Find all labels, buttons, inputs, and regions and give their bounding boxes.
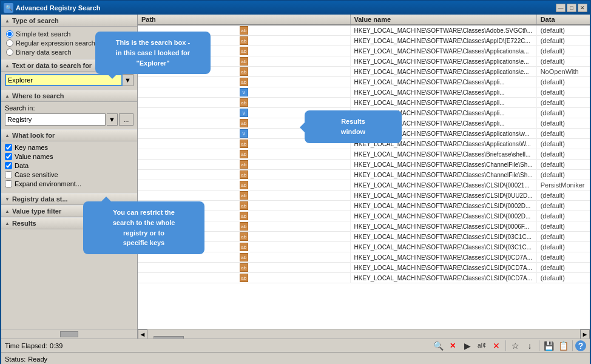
table-row[interactable]: ab HKEY_LOCAL_MACHINE\SOFTWARE\Classes\C… <box>138 160 590 170</box>
next-toolbar-icon[interactable]: ▶ <box>461 339 474 352</box>
cell-value-name: (default) <box>536 190 590 201</box>
cell-value-name: (default) <box>536 87 590 98</box>
cell-icon: ab <box>138 242 350 252</box>
table-row[interactable]: ab HKEY_LOCAL_MACHINE\SOFTWARE\Classes\A… <box>138 77 590 87</box>
registry-data-header[interactable]: Registry data st... <box>1 193 137 205</box>
left-panel-scrollbar[interactable] <box>1 329 137 339</box>
table-row[interactable]: ab HKEY_LOCAL_MACHINE\SOFTWARE\Classes\C… <box>138 252 590 263</box>
key-names-checkbox[interactable] <box>5 144 12 151</box>
value-type-filter-arrow <box>5 209 10 214</box>
clear-toolbar-icon[interactable]: ✕ <box>490 339 503 352</box>
cell-value-name: (default) <box>536 118 590 129</box>
regex-toolbar-icon[interactable]: aI¢ <box>475 339 488 352</box>
copy-toolbar-icon[interactable]: 📋 <box>556 339 570 352</box>
table-row[interactable]: ab HKEY_LOCAL_MACHINE\SOFTWARE\Classes\A… <box>138 98 590 108</box>
h-scrollbar[interactable]: ◄ ► <box>138 329 590 339</box>
cell-icon: ab <box>138 46 350 56</box>
maximize-button[interactable]: □ <box>567 4 576 12</box>
table-row[interactable]: V HKEY_LOCAL_MACHINE\SOFTWARE\Classes\Ap… <box>138 87 590 98</box>
where-to-search-header[interactable]: Where to search <box>1 90 137 102</box>
table-row[interactable]: ab HKEY_LOCAL_MACHINE\SOFTWARE\Classes\C… <box>138 273 590 283</box>
table-row[interactable]: ab HKEY_LOCAL_MACHINE\SOFTWARE\Classes\C… <box>138 190 590 201</box>
table-row[interactable]: ab HKEY_LOCAL_MACHINE\SOFTWARE\Classes\A… <box>138 25 590 36</box>
value-names-checkbox[interactable] <box>5 153 12 160</box>
search-in-dropdown[interactable]: ▼ <box>107 113 118 126</box>
star-toolbar-icon[interactable]: ☆ <box>508 339 522 352</box>
what-to-look-for-header[interactable]: What look for <box>1 129 137 141</box>
cell-icon: ab <box>138 149 350 160</box>
cell-icon: ab <box>138 190 350 201</box>
cell-icon: ab <box>138 170 350 180</box>
cell-path: HKEY_LOCAL_MACHINE\SOFTWARE\Classes\AppI… <box>350 36 536 46</box>
table-row[interactable]: ab HKEY_LOCAL_MACHINE\SOFTWARE\Classes\A… <box>138 67 590 77</box>
results-section-arrow <box>5 221 10 226</box>
table-row[interactable]: V HKEY_LOCAL_MACHINE\SOFTWARE\Classes\Ap… <box>138 129 590 139</box>
table-row[interactable]: ab HKEY_LOCAL_MACHINE\SOFTWARE\Classes\C… <box>138 242 590 252</box>
radio-binary-label: Binary data search <box>16 49 72 56</box>
table-row[interactable]: ab HKEY_LOCAL_MACHINE\SOFTWARE\Classes\A… <box>138 56 590 67</box>
cell-icon: V <box>138 129 350 139</box>
radio-regex-input[interactable] <box>6 39 13 47</box>
cell-icon: ab <box>138 36 350 46</box>
help-toolbar-icon[interactable]: ? <box>575 340 586 351</box>
case-sensitive-checkbox[interactable] <box>5 171 12 178</box>
data-checkbox[interactable] <box>5 162 12 169</box>
table-row[interactable]: V HKEY_LOCAL_MACHINE\SOFTWARE\Classes\Ap… <box>138 108 590 118</box>
table-row[interactable]: ab HKEY_LOCAL_MACHINE\SOFTWARE\Classes\C… <box>138 170 590 180</box>
stop-toolbar-icon[interactable]: ✕ <box>446 339 459 352</box>
cell-path: HKEY_LOCAL_MACHINE\SOFTWARE\Classes\Chan… <box>350 160 536 170</box>
table-row[interactable]: ab HKEY_LOCAL_MACHINE\SOFTWARE\Classes\A… <box>138 46 590 56</box>
radio-binary-input[interactable] <box>6 49 13 56</box>
what-to-look-for-arrow <box>5 133 10 138</box>
cell-value-name: NoOpenWith <box>536 67 590 77</box>
left-scroll-thumb[interactable] <box>60 331 78 337</box>
table-row[interactable]: ab HKEY_LOCAL_MACHINE\SOFTWARE\Classes\A… <box>138 36 590 46</box>
search-in-input[interactable] <box>5 113 106 126</box>
table-row[interactable]: ab HKEY_LOCAL_MACHINE\SOFTWARE\Classes\A… <box>138 118 590 129</box>
cell-path: HKEY_LOCAL_MACHINE\SOFTWARE\Classes\CLSI… <box>350 180 536 190</box>
cell-value-name: (default) <box>536 170 590 180</box>
table-row[interactable]: ab HKEY_LOCAL_MACHINE\SOFTWARE\Classes\C… <box>138 221 590 232</box>
table-row[interactable]: ab HKEY_LOCAL_MACHINE\SOFTWARE\Classes\C… <box>138 180 590 190</box>
search-dropdown-btn[interactable]: ▼ <box>123 74 133 86</box>
table-row[interactable]: ab HKEY_LOCAL_MACHINE\SOFTWARE\Classes\C… <box>138 211 590 221</box>
type-of-search-header[interactable]: Type of search <box>1 15 137 27</box>
search-in-combo: ▼ ... <box>5 113 133 126</box>
browse-button[interactable]: ... <box>119 113 133 126</box>
cell-icon: ab <box>138 77 350 87</box>
cell-path: HKEY_LOCAL_MACHINE\SOFTWARE\Classes\CLSI… <box>350 273 536 283</box>
table-row[interactable]: ab HKEY_LOCAL_MACHINE\SOFTWARE\Classes\C… <box>138 263 590 273</box>
value-type-filter-header[interactable]: Value type filter <box>1 205 137 217</box>
window-controls: — □ ✕ <box>556 4 587 12</box>
window-title: Advanced Registry Search <box>16 4 100 12</box>
cell-path: HKEY_LOCAL_MACHINE\SOFTWARE\Classes\Appl… <box>350 46 536 56</box>
scroll-left-btn[interactable]: ◄ <box>138 329 147 339</box>
status-label: Status: <box>5 356 25 363</box>
minimize-button[interactable]: — <box>556 4 566 12</box>
cell-path: HKEY_LOCAL_MACHINE\SOFTWARE\Classes\CLSI… <box>350 263 536 273</box>
cell-icon: ab <box>138 160 350 170</box>
cell-value-name: (default) <box>536 221 590 232</box>
results-table-container[interactable]: Path Value name Data Type ab HKEY_LOCAL_… <box>138 15 590 329</box>
text-to-search-header[interactable]: Text or data to search for <box>1 59 137 72</box>
table-row[interactable]: ab HKEY_LOCAL_MACHINE\SOFTWARE\Classes\C… <box>138 232 590 242</box>
search-toolbar-icon[interactable]: 🔍 <box>431 339 445 352</box>
scroll-right-btn[interactable]: ► <box>580 329 590 339</box>
results-header[interactable]: Results <box>1 217 137 229</box>
expand-env-checkbox[interactable] <box>5 180 12 187</box>
cell-icon: ab <box>138 221 350 232</box>
close-button[interactable]: ✕ <box>578 4 587 12</box>
table-row[interactable]: ab HKEY_LOCAL_MACHINE\SOFTWARE\Classes\C… <box>138 201 590 211</box>
radio-simple: Simple text search <box>6 30 132 38</box>
text-to-search-label: Text or data to search for <box>12 62 92 69</box>
table-row[interactable]: ab HKEY_LOCAL_MACHINE\SOFTWARE\Classes\A… <box>138 139 590 149</box>
cell-path: HKEY_LOCAL_MACHINE\SOFTWARE\Classes\Adob… <box>350 25 536 36</box>
h-scroll-thumb[interactable] <box>154 336 184 339</box>
what-to-look-for-label: What look for <box>12 132 55 139</box>
save-toolbar-icon[interactable]: 💾 <box>542 339 555 352</box>
cell-icon: ab <box>138 67 350 77</box>
down-toolbar-icon[interactable]: ↓ <box>523 339 536 352</box>
radio-simple-input[interactable] <box>6 30 13 38</box>
table-row[interactable]: ab HKEY_LOCAL_MACHINE\SOFTWARE\Classes\B… <box>138 149 590 160</box>
search-input[interactable] <box>5 74 123 86</box>
